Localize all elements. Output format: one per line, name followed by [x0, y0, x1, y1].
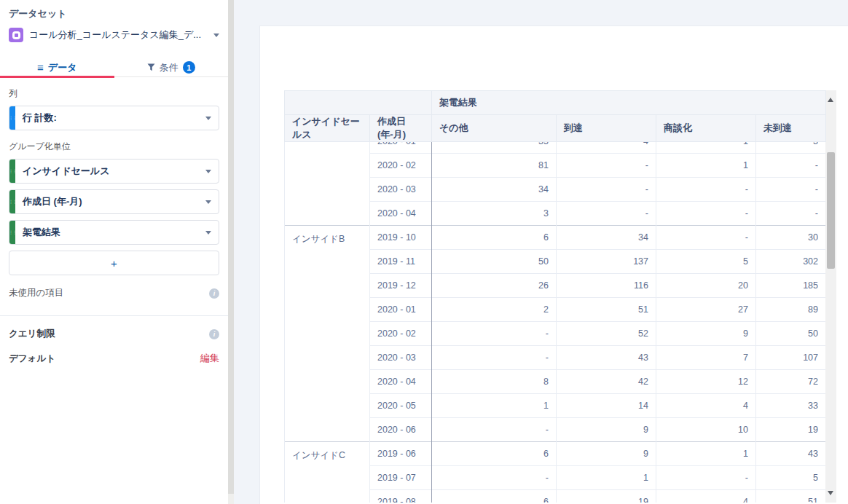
value-cell[interactable]: 19 [557, 490, 656, 503]
edit-link[interactable]: 編集 [200, 352, 219, 365]
value-cell[interactable]: 30 [756, 226, 826, 250]
value-cell[interactable]: 12 [656, 370, 756, 394]
value-cell[interactable]: 81 [432, 154, 557, 178]
date-cell[interactable]: 2020 - 01 [370, 298, 432, 322]
value-cell[interactable]: 3 [432, 202, 557, 226]
value-cell[interactable]: 1 [656, 442, 756, 466]
value-cell[interactable]: 9 [557, 442, 656, 466]
value-cell[interactable]: 33 [756, 394, 826, 418]
value-cell[interactable]: - [756, 202, 826, 226]
value-cell[interactable]: - [656, 466, 756, 490]
sidebar-scrollbar[interactable] [228, 0, 234, 504]
measure-pill[interactable]: ⋮⋮ 行 計数: [9, 106, 219, 130]
value-cell[interactable]: - [557, 154, 656, 178]
value-cell[interactable]: 7 [656, 346, 756, 370]
value-cell[interactable]: 107 [756, 346, 826, 370]
date-cell[interactable]: 2020 - 06 [370, 418, 432, 442]
value-cell[interactable]: 19 [756, 418, 826, 442]
date-cell[interactable]: 2020 - 03 [370, 346, 432, 370]
col-header-created-date[interactable]: 作成日 (年-月) [370, 115, 432, 142]
info-icon[interactable]: i [209, 329, 219, 339]
value-cell[interactable]: 185 [756, 274, 826, 298]
value-cell[interactable]: 34 [557, 226, 656, 250]
value-cell[interactable]: 6 [432, 226, 557, 250]
value-cell[interactable]: - [656, 226, 756, 250]
value-cell[interactable]: 5 [756, 466, 826, 490]
tab-data[interactable]: ≡ データ [0, 58, 114, 76]
value-cell[interactable]: 89 [756, 298, 826, 322]
scroll-down-icon[interactable] [828, 491, 833, 495]
date-cell[interactable]: 2020 - 05 [370, 394, 432, 418]
value-cell[interactable]: 1 [656, 141, 756, 154]
grouping-pill-inside-sales[interactable]: ⋮⋮ インサイドセールス [9, 159, 219, 184]
value-cell[interactable]: - [656, 202, 756, 226]
value-cell[interactable]: 51 [557, 298, 656, 322]
value-cell[interactable]: 51 [756, 490, 826, 503]
drag-handle-icon[interactable]: ⋮⋮ [9, 221, 15, 244]
value-cell[interactable]: 2 [432, 298, 557, 322]
date-cell[interactable]: 2019 - 07 [370, 466, 432, 490]
value-cell[interactable]: 3 [756, 141, 826, 154]
value-cell[interactable]: 10 [656, 418, 756, 442]
date-cell[interactable]: 2019 - 11 [370, 250, 432, 274]
col-header-unreached[interactable]: 未到達 [756, 115, 826, 142]
value-cell[interactable]: - [756, 154, 826, 178]
value-cell[interactable]: - [432, 322, 557, 346]
col-header-other[interactable]: その他 [432, 115, 557, 142]
value-cell[interactable]: 6 [432, 490, 557, 503]
value-cell[interactable]: 14 [557, 394, 656, 418]
value-cell[interactable]: 116 [557, 274, 656, 298]
value-cell[interactable]: 52 [557, 322, 656, 346]
date-cell[interactable]: 2020 - 04 [370, 370, 432, 394]
value-cell[interactable]: - [432, 466, 557, 490]
value-cell[interactable]: 4 [557, 141, 656, 154]
value-cell[interactable]: 20 [656, 274, 756, 298]
date-cell[interactable]: 2020 - 01 [370, 141, 432, 154]
add-grouping-button[interactable]: + [9, 251, 219, 275]
value-cell[interactable]: 4 [656, 490, 756, 503]
scroll-up-icon[interactable] [828, 98, 833, 102]
date-cell[interactable]: 2020 - 03 [370, 178, 432, 202]
value-cell[interactable]: 4 [656, 394, 756, 418]
col-header-negotiation[interactable]: 商談化 [656, 115, 756, 142]
value-cell[interactable]: 9 [656, 322, 756, 346]
info-icon[interactable]: i [209, 288, 219, 299]
col-header-reached[interactable]: 到達 [557, 115, 656, 142]
value-cell[interactable]: 50 [432, 250, 557, 274]
value-cell[interactable]: 42 [557, 370, 656, 394]
value-cell[interactable]: - [432, 346, 557, 370]
value-cell[interactable]: 43 [756, 442, 826, 466]
value-cell[interactable]: - [557, 178, 656, 202]
date-cell[interactable]: 2019 - 08 [370, 490, 432, 503]
value-cell[interactable]: 302 [756, 250, 826, 274]
drag-handle-icon[interactable]: ⋮⋮ [9, 160, 15, 183]
grouping-pill-call-result[interactable]: ⋮⋮ 架電結果 [9, 220, 219, 245]
value-cell[interactable]: 1 [432, 394, 557, 418]
date-cell[interactable]: 2019 - 12 [370, 274, 432, 298]
dataset-selector[interactable]: コール分析_コールステータス編集_デ... [9, 25, 219, 45]
value-cell[interactable]: 43 [557, 346, 656, 370]
spanning-header-cell[interactable]: 架電結果 [432, 91, 826, 115]
value-cell[interactable]: 72 [756, 370, 826, 394]
value-cell[interactable]: 137 [557, 250, 656, 274]
value-cell[interactable]: 26 [432, 274, 557, 298]
date-cell[interactable]: 2020 - 02 [370, 322, 432, 346]
value-cell[interactable]: - [756, 178, 826, 202]
value-cell[interactable]: - [432, 418, 557, 442]
value-cell[interactable]: - [656, 178, 756, 202]
value-cell[interactable]: 1 [557, 466, 656, 490]
value-cell[interactable]: 50 [756, 322, 826, 346]
date-cell[interactable]: 2020 - 04 [370, 202, 432, 226]
value-cell[interactable]: 9 [557, 418, 656, 442]
col-header-inside-sales[interactable]: インサイドセールス [285, 115, 370, 142]
date-cell[interactable]: 2019 - 06 [370, 442, 432, 466]
value-cell[interactable]: - [557, 202, 656, 226]
tab-filters[interactable]: 条件 1 [114, 58, 229, 76]
value-cell[interactable]: 27 [656, 298, 756, 322]
date-cell[interactable]: 2019 - 10 [370, 226, 432, 250]
grouping-pill-created-date[interactable]: ⋮⋮ 作成日 (年-月) [9, 189, 219, 214]
table-scrollbar[interactable] [825, 90, 836, 503]
value-cell[interactable]: 34 [432, 178, 557, 202]
value-cell[interactable]: 8 [432, 370, 557, 394]
date-cell[interactable]: 2020 - 02 [370, 154, 432, 178]
